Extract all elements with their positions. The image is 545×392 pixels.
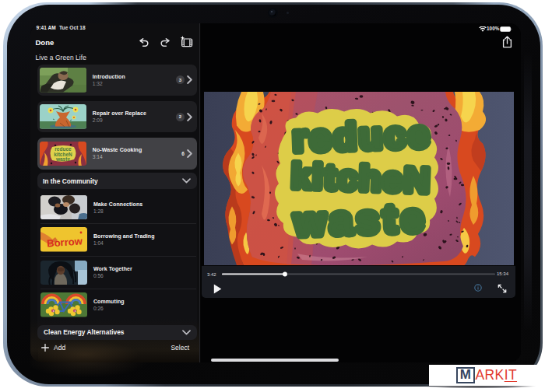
svg-text:kitcheN: kitcheN [290, 156, 432, 201]
svg-text:waste: waste [55, 156, 70, 162]
svg-text:reduce: reduce [292, 113, 432, 159]
svg-text:waste: waste [293, 195, 429, 243]
